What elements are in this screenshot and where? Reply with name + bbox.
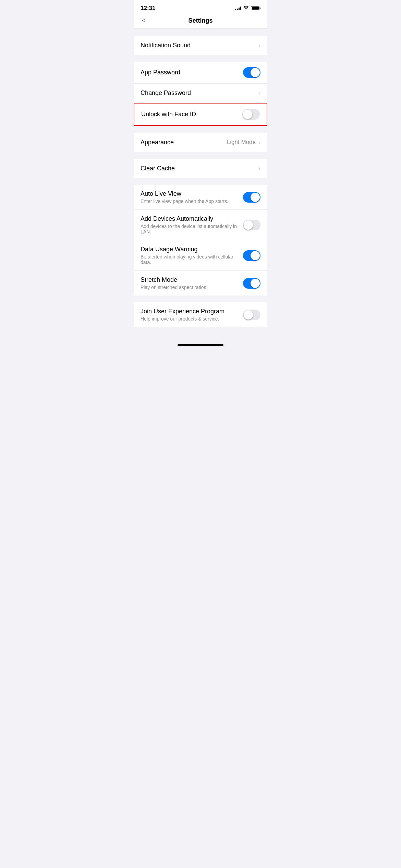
chevron-icon: › — [258, 165, 260, 172]
status-time: 12:31 — [141, 5, 155, 12]
live-view-group: Auto Live View Enter live view page when… — [134, 185, 267, 296]
wifi-icon — [243, 6, 249, 10]
back-button[interactable]: < — [139, 16, 148, 26]
notification-sound-group: Notification Sound › — [134, 36, 267, 55]
stretch-mode-label: Stretch Mode — [141, 276, 243, 284]
add-devices-auto-sublabel: Add devices to the device list automatic… — [141, 224, 243, 234]
auto-live-view-label: Auto Live View — [141, 190, 243, 197]
change-password-item[interactable]: Change Password › — [134, 84, 267, 103]
notification-sound-item[interactable]: Notification Sound › — [134, 36, 267, 55]
stretch-mode-toggle[interactable] — [243, 278, 260, 289]
add-devices-auto-item[interactable]: Add Devices Automatically Add devices to… — [134, 210, 267, 240]
stretch-mode-sublabel: Play on stretched aspect ratios — [141, 285, 243, 290]
app-password-toggle[interactable] — [243, 67, 260, 78]
appearance-item[interactable]: Appearance Light Mode › — [134, 133, 267, 152]
join-ux-program-toggle[interactable] — [243, 310, 260, 320]
data-usage-warning-toggle[interactable] — [243, 250, 260, 261]
join-ux-program-sublabel: Help improve our products & service. — [141, 316, 243, 322]
notification-sound-label: Notification Sound — [141, 42, 258, 49]
join-ux-program-label: Join User Experience Program — [141, 308, 243, 315]
data-usage-warning-label: Data Usage Warning — [141, 246, 243, 253]
page-title: Settings — [188, 17, 212, 24]
battery-icon — [251, 6, 260, 10]
app-password-label: App Password — [141, 69, 243, 76]
add-devices-auto-toggle[interactable] — [243, 220, 260, 230]
auto-live-view-item[interactable]: Auto Live View Enter live view page when… — [134, 185, 267, 210]
signal-icon — [235, 6, 241, 10]
chevron-icon: › — [258, 89, 260, 97]
data-usage-warning-sublabel: Be alerted when playing videos with cell… — [141, 254, 243, 265]
stretch-mode-item[interactable]: Stretch Mode Play on stretched aspect ra… — [134, 271, 267, 296]
status-bar: 12:31 — [134, 0, 267, 14]
unlock-face-id-label: Unlock with Face ID — [141, 111, 242, 118]
ux-program-group: Join User Experience Program Help improv… — [134, 302, 267, 327]
join-ux-program-item[interactable]: Join User Experience Program Help improv… — [134, 302, 267, 327]
unlock-face-id-toggle[interactable] — [242, 109, 260, 120]
data-usage-warning-item[interactable]: Data Usage Warning Be alerted when playi… — [134, 240, 267, 271]
clear-cache-item[interactable]: Clear Cache › — [134, 159, 267, 178]
change-password-label: Change Password — [141, 89, 258, 97]
appearance-group: Appearance Light Mode › — [134, 133, 267, 152]
home-indicator — [178, 344, 223, 346]
cache-group: Clear Cache › — [134, 159, 267, 178]
auto-live-view-sublabel: Enter live view page when the App starts… — [141, 198, 243, 204]
clear-cache-label: Clear Cache — [141, 165, 258, 172]
status-icons — [235, 6, 260, 10]
auto-live-view-toggle[interactable] — [243, 192, 260, 203]
appearance-value: Light Mode — [227, 139, 256, 146]
nav-bar: < Settings — [134, 14, 267, 29]
add-devices-auto-label: Add Devices Automatically — [141, 215, 243, 222]
app-password-item[interactable]: App Password — [134, 62, 267, 84]
chevron-icon: › — [258, 139, 260, 146]
appearance-label: Appearance — [141, 139, 227, 146]
unlock-face-id-item[interactable]: Unlock with Face ID — [134, 104, 267, 125]
chevron-icon: › — [258, 42, 260, 49]
password-group: App Password Change Password › Unlock wi… — [134, 62, 267, 126]
